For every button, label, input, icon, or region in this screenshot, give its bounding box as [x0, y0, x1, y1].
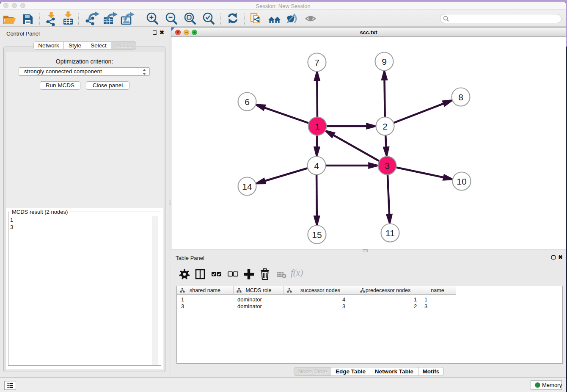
svg-text:8: 8: [458, 92, 463, 102]
svg-text:3: 3: [385, 161, 390, 171]
svg-text:11: 11: [385, 228, 395, 238]
svg-text:7: 7: [314, 58, 319, 67]
svg-text:2: 2: [383, 121, 388, 131]
svg-text:15: 15: [312, 230, 322, 240]
svg-text:10: 10: [457, 177, 466, 186]
svg-text:1: 1: [315, 121, 320, 131]
svg-text:14: 14: [242, 182, 252, 191]
svg-text:6: 6: [245, 97, 250, 107]
svg-text:9: 9: [382, 57, 387, 66]
svg-text:4: 4: [314, 161, 319, 171]
